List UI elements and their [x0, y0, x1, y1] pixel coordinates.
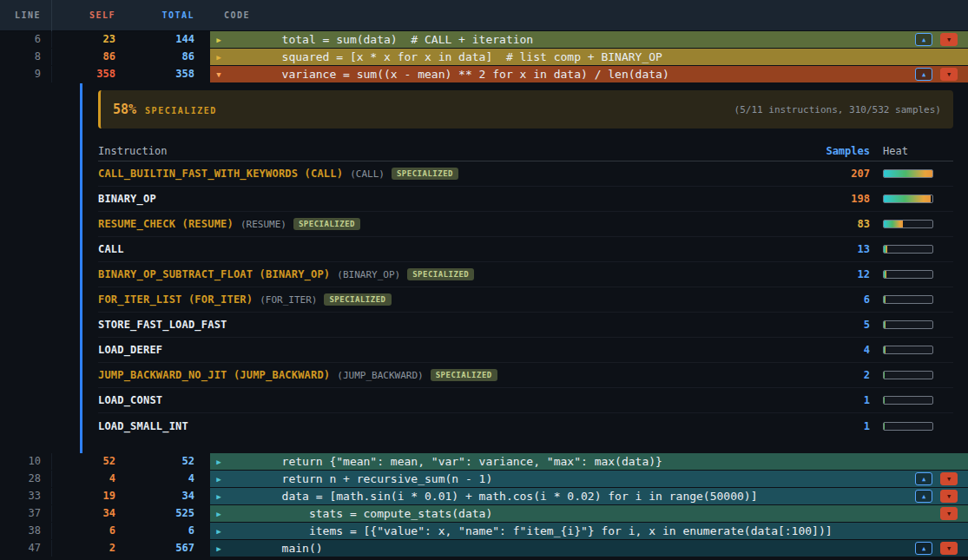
nav-down-button[interactable]: ▼	[940, 490, 958, 503]
self-samples: 358	[52, 66, 126, 82]
instruction-base-opcode: (RESUME)	[240, 219, 286, 230]
instruction-samples: 83	[800, 218, 870, 230]
nav-down-button[interactable]: ▼	[940, 68, 958, 81]
code-cell: ▶ total = sum(data) # CALL + iteration ▲…	[210, 31, 968, 48]
instruction-row: CALL_BUILTIN_FAST_WITH_KEYWORDS (CALL) (…	[98, 161, 953, 187]
instruction-name: STORE_FAST_LOAD_FAST	[98, 319, 227, 331]
code-line-row[interactable]: 8 86 86 ▶ squared = [x * x for x in data…	[0, 49, 968, 66]
line-number: 33	[0, 488, 52, 504]
instruction-table-header: Instruction Samples Heat	[98, 141, 953, 161]
code-line-row[interactable]: 47 2 567 ▶ main() ▲ ▼	[0, 540, 968, 557]
specialized-badge: SPECIALIZED	[392, 168, 458, 180]
expander-icon[interactable]: ▶	[210, 36, 227, 44]
instruction-name: FOR_ITER_LIST (FOR_ITER)	[98, 293, 253, 306]
line-number: 37	[0, 505, 52, 522]
instruction-name: LOAD_DEREF	[98, 344, 162, 356]
expander-icon[interactable]: ▶	[210, 475, 227, 484]
specialized-badge: SPECIALIZED	[293, 218, 360, 230]
instruction-detail-panel: 58% SPECIALIZED (5/11 instructions, 310/…	[80, 83, 968, 453]
heat-bar	[883, 169, 933, 178]
instruction-row: BINARY_OP 198	[98, 187, 953, 212]
code-line-row[interactable]: 6 23 144 ▶ total = sum(data) # CALL + it…	[0, 31, 968, 49]
column-header-line: LINE	[0, 0, 52, 31]
line-number: 10	[0, 453, 52, 470]
instruction-row: LOAD_DEREF 4	[98, 338, 953, 363]
total-samples: 34	[126, 488, 201, 504]
instruction-samples: 13	[800, 243, 870, 255]
line-number: 28	[0, 471, 52, 487]
instruction-row: STORE_FAST_LOAD_FAST 5	[98, 313, 953, 338]
code-line-row[interactable]: 37 34 525 ▶ stats = compute_stats(data) …	[0, 505, 968, 523]
heat-fill	[884, 246, 887, 253]
total-samples: 567	[126, 540, 201, 557]
expander-icon[interactable]: ▶	[210, 53, 227, 62]
code-cell: ▶ main() ▲ ▼	[210, 540, 968, 557]
instruction-base-opcode: (CALL)	[350, 168, 385, 180]
code-text: variance = sum((x - mean) ** 2 for x in …	[227, 68, 915, 81]
instruction-samples: 12	[800, 268, 870, 280]
nav-up-button[interactable]: ▲	[915, 68, 932, 81]
nav-up-button[interactable]: ▲	[915, 33, 932, 46]
nav-up-button[interactable]: ▲	[915, 490, 932, 503]
expander-icon[interactable]: ▶	[210, 544, 227, 553]
code-line-row[interactable]: 38 6 6 ▶ items = [{"value": x, "name": f…	[0, 523, 968, 540]
heat-fill	[884, 397, 885, 404]
instruction-name: CALL	[98, 243, 124, 255]
nav-down-button[interactable]: ▼	[940, 507, 958, 520]
instruction-name: BINARY_OP_SUBTRACT_FLOAT (BINARY_OP)	[98, 268, 330, 280]
code-text: squared = [x * x for x in data] # list c…	[227, 50, 968, 63]
nav-down-button[interactable]: ▼	[940, 542, 958, 555]
code-line-row[interactable]: 33 19 34 ▶ data = [math.sin(i * 0.01) + …	[0, 488, 968, 505]
nav-up-button[interactable]: ▲	[915, 472, 932, 485]
heat-fill	[884, 296, 886, 303]
heat-bar	[883, 270, 933, 279]
code-cell: ▼ variance = sum((x - mean) ** 2 for x i…	[210, 66, 968, 82]
code-text: stats = compute_stats(data)	[227, 507, 940, 520]
heat-fill	[884, 195, 931, 202]
profiler-app: LINE SELF TOTAL CODE 6 23 144 ▶ total = …	[0, 0, 968, 560]
instruction-base-opcode: (FOR_ITER)	[260, 294, 317, 306]
code-text: data = [math.sin(i * 0.01) + math.cos(i …	[227, 490, 915, 503]
heat-bar	[883, 371, 933, 379]
self-samples: 4	[52, 471, 126, 487]
instruction-name: CALL_BUILTIN_FAST_WITH_KEYWORDS (CALL)	[98, 168, 343, 180]
line-number: 38	[0, 523, 52, 539]
total-samples: 144	[126, 31, 201, 48]
column-header-code: CODE	[201, 10, 250, 20]
table-header: LINE SELF TOTAL CODE	[0, 0, 968, 31]
total-samples: 525	[126, 505, 201, 522]
line-number: 6	[0, 31, 52, 48]
specialized-badge: SPECIALIZED	[431, 369, 497, 381]
expander-icon[interactable]: ▶	[210, 458, 227, 466]
nav-down-button[interactable]: ▼	[940, 472, 958, 485]
code-cell: ▶ return n + recursive_sum(n - 1) ▲ ▼	[210, 471, 968, 487]
code-line-row[interactable]: 28 4 4 ▶ return n + recursive_sum(n - 1)…	[0, 471, 968, 488]
column-header-total: TOTAL	[126, 10, 201, 20]
code-line-row-expanded[interactable]: 9 358 358 ▼ variance = sum((x - mean) **…	[0, 66, 968, 83]
expander-icon[interactable]: ▶	[210, 510, 227, 518]
nav-up-button[interactable]: ▲	[915, 542, 932, 555]
instruction-row: LOAD_SMALL_INT 1	[98, 413, 953, 438]
line-number: 8	[0, 49, 52, 65]
column-header-self: SELF	[52, 10, 126, 20]
heat-fill	[884, 346, 886, 353]
instruction-samples: 5	[800, 319, 870, 331]
expander-icon[interactable]: ▶	[210, 492, 227, 501]
nav-down-button[interactable]: ▼	[940, 33, 958, 46]
heat-fill	[884, 271, 886, 278]
expander-icon[interactable]: ▶	[210, 527, 227, 536]
total-samples: 358	[126, 66, 201, 82]
total-samples: 52	[126, 453, 201, 470]
summary-stats: (5/11 instructions, 310/532 samples)	[734, 104, 941, 115]
code-cell: ▶ return {"mean": mean, "var": variance,…	[210, 453, 968, 470]
code-line-row[interactable]: 10 52 52 ▶ return {"mean": mean, "var": …	[0, 453, 968, 471]
heat-bar	[883, 320, 933, 329]
instruction-samples: 207	[800, 168, 870, 180]
self-samples: 23	[52, 31, 126, 48]
column-header-heat: Heat	[870, 145, 953, 157]
self-samples: 6	[52, 523, 126, 539]
instruction-row: CALL 13	[98, 237, 953, 262]
heat-bar	[883, 396, 933, 405]
total-samples: 4	[126, 471, 201, 487]
collapse-icon[interactable]: ▼	[210, 70, 227, 79]
